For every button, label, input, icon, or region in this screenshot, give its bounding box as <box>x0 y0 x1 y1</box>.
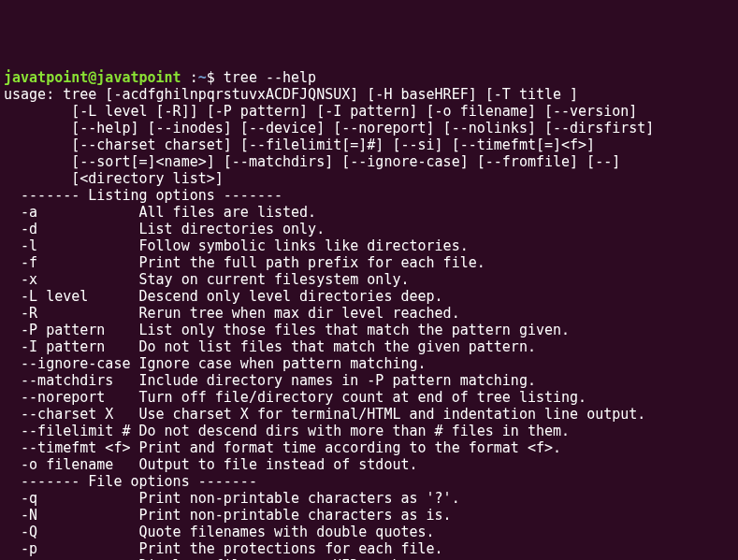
prompt-line[interactable]: javatpoint@javatpoint :~$ tree --help <box>4 69 734 86</box>
option-line: -a All files are listed. <box>4 204 734 221</box>
usage-line: [--charset charset] [--filelimit[=]#] [-… <box>4 136 734 153</box>
option-line: --charset X Use charset X for terminal/H… <box>4 406 734 423</box>
option-desc: List directories only. <box>139 221 326 237</box>
option-desc: Output to file instead of stdout. <box>139 456 418 473</box>
option-desc: List only those files that match the pat… <box>139 322 571 338</box>
option-desc: Quote filenames with double quotes. <box>139 524 435 540</box>
option-desc: All files are listed. <box>139 204 317 221</box>
option-desc: Print non-printable characters as is. <box>139 507 452 524</box>
option-flag: -q <box>4 490 139 507</box>
option-flag: -a <box>4 204 139 221</box>
option-desc: Print the full path prefix for each file… <box>139 254 485 271</box>
prompt-sep: : <box>181 69 198 86</box>
option-line: -q Print non-printable characters as '?'… <box>4 490 734 507</box>
option-line: --matchdirs Include directory names in -… <box>4 372 734 389</box>
option-line: -L level Descend only level directories … <box>4 288 734 305</box>
option-desc: Print and format time according to the f… <box>139 439 562 456</box>
option-line: -P pattern List only those files that ma… <box>4 322 734 338</box>
option-flag: -Q <box>4 524 139 540</box>
option-flag: --matchdirs <box>4 372 139 389</box>
option-line: -x Stay on current filesystem only. <box>4 271 734 288</box>
option-line: --filelimit # Do not descend dirs with m… <box>4 423 734 439</box>
usage-line: [--help] [--inodes] [--device] [--norepo… <box>4 120 734 136</box>
option-line: -I pattern Do not list files that match … <box>4 338 734 355</box>
option-line: -R Rerun tree when max dir level reached… <box>4 305 734 322</box>
option-desc: Do not list files that match the given p… <box>139 338 536 355</box>
option-flag: -R <box>4 305 139 322</box>
option-desc: Use charset X for terminal/HTML and inde… <box>139 406 646 423</box>
option-flag: --filelimit # <box>4 423 139 439</box>
option-flag: --charset X <box>4 406 139 423</box>
option-desc: Rerun tree when max dir level reached. <box>139 305 460 322</box>
prompt-suffix: $ <box>207 69 224 86</box>
usage-line: usage: tree [-acdfghilnpqrstuvxACDFJQNSU… <box>4 86 734 103</box>
option-flag: -p <box>4 540 139 557</box>
option-desc: Do not descend dirs with more than # fil… <box>139 423 571 439</box>
option-flag: -L level <box>4 288 139 305</box>
option-flag: --noreport <box>4 389 139 406</box>
option-flag: --ignore-case <box>4 355 139 372</box>
option-line: -l Follow symbolic links like directorie… <box>4 237 734 254</box>
option-desc: Print non-printable characters as '?'. <box>139 490 460 507</box>
option-flag: -N <box>4 507 139 524</box>
option-flag: --timefmt <f> <box>4 439 139 456</box>
option-desc: Descend only level directories deep. <box>139 288 443 305</box>
option-line: -d List directories only. <box>4 221 734 237</box>
option-desc: Turn off file/directory count at end of … <box>139 389 587 406</box>
command-input[interactable]: tree --help <box>224 69 316 86</box>
option-flag: -I pattern <box>4 338 139 355</box>
option-desc: Follow symbolic links like directories. <box>139 237 469 254</box>
option-flag: -d <box>4 221 139 237</box>
option-line: -N Print non-printable characters as is. <box>4 507 734 524</box>
option-flag: -x <box>4 271 139 288</box>
option-desc: Print the protections for each file. <box>139 540 443 557</box>
section-header: ------- File options ------- <box>4 473 734 490</box>
usage-line: [-L level [-R]] [-P pattern] [-I pattern… <box>4 103 734 120</box>
option-desc: Ignore case when pattern matching. <box>139 355 427 372</box>
option-line: --noreport Turn off file/directory count… <box>4 389 734 406</box>
option-line: -f Print the full path prefix for each f… <box>4 254 734 271</box>
option-flag: -P pattern <box>4 322 139 338</box>
option-line: -Q Quote filenames with double quotes. <box>4 524 734 540</box>
option-flag: -o filename <box>4 456 139 473</box>
option-line: -p Print the protections for each file. <box>4 540 734 557</box>
option-line: --ignore-case Ignore case when pattern m… <box>4 355 734 372</box>
option-flag: -f <box>4 254 139 271</box>
usage-line: [--sort[=]<name>] [--matchdirs] [--ignor… <box>4 153 734 170</box>
option-line: -o filename Output to file instead of st… <box>4 456 734 473</box>
prompt-path: ~ <box>198 69 207 86</box>
usage-line: [<directory list>] <box>4 170 734 187</box>
section-header: ------- Listing options ------- <box>4 187 734 204</box>
option-desc: Include directory names in -P pattern ma… <box>139 372 536 389</box>
option-flag: -l <box>4 237 139 254</box>
option-line: --timefmt <f> Print and format time acco… <box>4 439 734 456</box>
option-desc: Stay on current filesystem only. <box>139 271 410 288</box>
prompt-user-host: javatpoint@javatpoint <box>4 69 181 86</box>
